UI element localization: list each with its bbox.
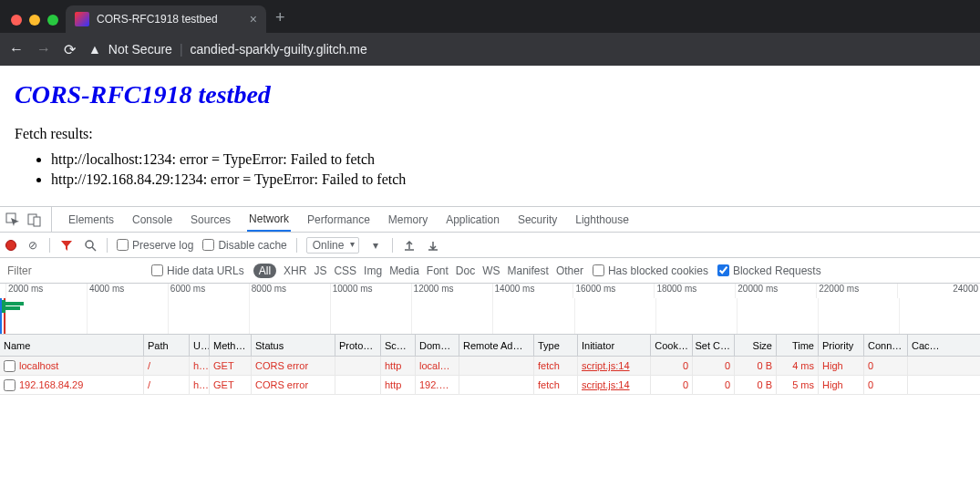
col-protocol[interactable]: Proto…	[335, 335, 381, 356]
export-har-icon[interactable]	[426, 238, 440, 253]
col-status[interactable]: Status	[252, 335, 335, 356]
new-tab-button[interactable]: +	[266, 8, 294, 33]
import-har-icon[interactable]	[402, 238, 417, 253]
tab-title: CORS-RFC1918 testbed	[97, 13, 218, 26]
tab-network[interactable]: Network	[247, 207, 291, 232]
url-text: candied-sparkly-guilty.glitch.me	[191, 42, 367, 57]
filter-icon[interactable]	[59, 238, 74, 253]
tab-sources[interactable]: Sources	[189, 207, 232, 232]
minimize-window-icon[interactable]	[29, 15, 40, 26]
device-toggle-icon[interactable]	[27, 212, 42, 227]
filter-all[interactable]: All	[253, 264, 276, 278]
hide-data-urls-checkbox[interactable]: Hide data URLs	[151, 264, 244, 277]
browser-tab[interactable]: CORS-RFC1918 testbed ×	[66, 5, 266, 33]
timeline-overview[interactable]: 2000 ms 4000 ms 6000 ms 8000 ms 10000 ms…	[0, 284, 980, 335]
cell-cache	[908, 357, 950, 375]
col-cookies[interactable]: Cook…	[651, 335, 693, 356]
clear-button[interactable]: ⊘	[26, 238, 40, 253]
filter-input[interactable]	[5, 263, 142, 279]
tab-console[interactable]: Console	[130, 207, 174, 232]
page-subtitle: Fetch results:	[15, 126, 965, 142]
filter-media[interactable]: Media	[389, 264, 419, 277]
page-heading: CORS-RFC1918 testbed	[15, 80, 965, 109]
col-cache[interactable]: Cac…	[908, 335, 950, 356]
list-item: http://localhost:1234: error = TypeError…	[51, 151, 965, 168]
table-row[interactable]: 192.168.84.29/h…GETCORS errorhttp192.…fe…	[0, 376, 980, 395]
svg-rect-2	[34, 217, 40, 226]
browser-chrome: CORS-RFC1918 testbed × + ← → ⟳ ▲ Not Sec…	[0, 0, 980, 66]
maximize-window-icon[interactable]	[47, 15, 58, 26]
filter-ws[interactable]: WS	[482, 264, 500, 277]
inspect-icon[interactable]	[5, 212, 20, 227]
col-time[interactable]: Time	[777, 335, 819, 356]
throttling-dropdown-icon[interactable]: ▾	[368, 238, 383, 253]
close-tab-icon[interactable]: ×	[250, 12, 257, 26]
preserve-log-checkbox[interactable]: Preserve log	[117, 239, 193, 252]
cell-path: /	[144, 357, 190, 375]
col-initiator[interactable]: Initiator	[578, 335, 651, 356]
filter-font[interactable]: Font	[427, 264, 449, 277]
col-priority[interactable]: Priority	[819, 335, 864, 356]
back-button[interactable]: ←	[9, 41, 24, 57]
favicon-icon	[75, 12, 89, 26]
cell-set-cookies: 0	[693, 376, 735, 394]
col-name[interactable]: Name	[0, 335, 144, 356]
row-checkbox[interactable]	[4, 379, 15, 391]
filter-img[interactable]: Img	[364, 264, 382, 277]
forward-button[interactable]: →	[36, 41, 51, 57]
filter-js[interactable]: JS	[314, 264, 326, 277]
tab-elements[interactable]: Elements	[67, 207, 116, 232]
cell-status: CORS error	[252, 376, 335, 394]
row-checkbox[interactable]	[4, 360, 15, 372]
tab-performance[interactable]: Performance	[305, 207, 372, 232]
tab-memory[interactable]: Memory	[387, 207, 429, 232]
col-domain[interactable]: Dom…	[416, 335, 459, 356]
col-path[interactable]: Path	[144, 335, 190, 356]
cell-name: 192.168.84.29	[19, 379, 83, 390]
col-set-cookies[interactable]: Set C…	[693, 335, 735, 356]
tab-strip: CORS-RFC1918 testbed × +	[0, 0, 980, 33]
tab-lighthouse[interactable]: Lighthouse	[573, 207, 631, 232]
filter-manifest[interactable]: Manifest	[508, 264, 549, 277]
cell-cookies: 0	[651, 357, 693, 375]
tab-application[interactable]: Application	[444, 207, 501, 232]
table-header: Name Path U… Meth… Status Proto… Sc… Dom…	[0, 335, 980, 357]
filter-other[interactable]: Other	[556, 264, 583, 277]
network-toolbar: ⊘ Preserve log Disable cache Online ▾	[0, 233, 980, 258]
cell-status: CORS error	[252, 357, 335, 375]
filter-doc[interactable]: Doc	[456, 264, 475, 277]
warning-icon: ▲	[88, 42, 101, 57]
col-scheme[interactable]: Sc…	[381, 335, 416, 356]
filter-xhr[interactable]: XHR	[284, 264, 306, 277]
col-method[interactable]: Meth…	[210, 335, 252, 356]
close-window-icon[interactable]	[11, 15, 22, 26]
col-type[interactable]: Type	[534, 335, 578, 356]
cell-initiator[interactable]: script.js:14	[582, 360, 630, 371]
filter-bar: Hide data URLs All XHR JS CSS Img Media …	[0, 258, 980, 284]
list-item: http://192.168.84.29:1234: error = TypeE…	[51, 171, 965, 188]
disable-cache-checkbox[interactable]: Disable cache	[202, 239, 286, 252]
record-button[interactable]	[5, 240, 16, 251]
cell-remote	[459, 357, 534, 375]
cell-initiator[interactable]: script.js:14	[582, 379, 630, 390]
col-connection[interactable]: Conn…	[864, 335, 908, 356]
cell-time: 4 ms	[777, 357, 819, 375]
col-remote[interactable]: Remote Ad…	[459, 335, 534, 356]
cell-size: 0 B	[735, 357, 777, 375]
filter-css[interactable]: CSS	[334, 264, 356, 277]
search-icon[interactable]	[83, 238, 98, 253]
table-row[interactable]: localhost/h…GETCORS errorhttplocal…fetch…	[0, 357, 980, 376]
resource-type-filters: All XHR JS CSS Img Media Font Doc WS Man…	[253, 264, 583, 278]
has-blocked-cookies-checkbox[interactable]: Has blocked cookies	[593, 264, 708, 277]
cell-set-cookies: 0	[693, 357, 735, 375]
address-bar[interactable]: ▲ Not Secure | candied-sparkly-guilty.gl…	[88, 42, 367, 57]
throttling-select[interactable]: Online	[306, 237, 360, 254]
devtools-panel: Elements Console Sources Network Perform…	[0, 206, 980, 395]
tab-security[interactable]: Security	[516, 207, 559, 232]
reload-button[interactable]: ⟳	[64, 41, 76, 58]
col-url[interactable]: U…	[190, 335, 210, 356]
security-status: Not Secure	[108, 42, 172, 57]
col-size[interactable]: Size	[735, 335, 777, 356]
svg-point-3	[86, 241, 93, 248]
blocked-requests-checkbox[interactable]: Blocked Requests	[717, 264, 821, 277]
